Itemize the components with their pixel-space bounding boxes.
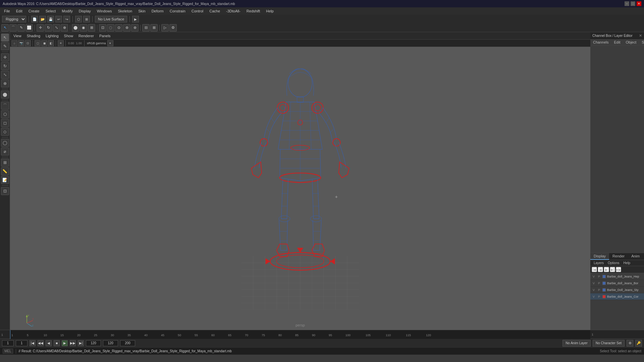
snap-live-btn[interactable]: ⊛ [131, 24, 139, 32]
layer-p-3[interactable]: P [597, 295, 601, 298]
rotate-tool[interactable]: ↻ [1, 62, 9, 70]
scale-tool-btn[interactable]: ⤡ [53, 24, 60, 32]
deform-tool[interactable]: ◇ [1, 128, 9, 136]
menu-select[interactable]: Select [43, 8, 59, 14]
layer-v-1[interactable]: V [592, 282, 596, 285]
viewport-canvas[interactable]: + persp Y Z X [10, 47, 590, 330]
cb-tab-edit[interactable]: Edit [611, 40, 623, 45]
snap-grid-button[interactable]: ⊞ [83, 16, 90, 22]
move-tool[interactable]: ✛ [1, 53, 9, 61]
universal-tool[interactable]: ⊕ [1, 79, 9, 87]
snap-curve-btn[interactable]: ◌ [107, 24, 114, 32]
grid-tool[interactable]: ⊞ [1, 159, 9, 167]
layer-tab-display[interactable]: Display [590, 253, 609, 260]
no-character-set-btn[interactable]: No Character Set [593, 340, 625, 347]
menu-deform[interactable]: Deform [149, 8, 166, 14]
minimize-button[interactable]: − [625, 1, 629, 6]
menu-windows[interactable]: Windows [94, 8, 115, 14]
close-button[interactable]: ✕ [637, 1, 641, 6]
layer-v-3[interactable]: V [592, 295, 596, 298]
skip-to-end-btn[interactable]: ▶| [78, 340, 84, 346]
select-by-component-button[interactable]: ⬡ [75, 16, 82, 22]
step-back-btn[interactable]: ◀◀ [38, 340, 44, 346]
menu-constrain[interactable]: Constrain [167, 8, 188, 14]
soft-mod-btn[interactable]: ⬤ [72, 24, 79, 32]
play-fwd-btn[interactable]: ▶ [62, 340, 68, 346]
playback-out-input[interactable] [120, 340, 135, 346]
vp-wire-btn[interactable]: ◻ [35, 40, 41, 46]
step-fwd-btn[interactable]: ▶▶ [70, 340, 76, 346]
menu-help[interactable]: Help [263, 8, 276, 14]
char-set-settings-btn[interactable]: ⚙ [627, 340, 633, 347]
layer-row-3[interactable]: V P Barbie_doll_Jeans_Cor [590, 293, 644, 300]
layer-tab-anim[interactable]: Anim [628, 253, 643, 260]
new-file-button[interactable]: 📄 [31, 16, 38, 22]
menu-edit[interactable]: Edit [13, 8, 25, 14]
menu-skin[interactable]: Skin [136, 8, 148, 14]
cb-tab-object[interactable]: Object [623, 40, 639, 45]
play-back-btn[interactable]: ◀ [46, 340, 52, 346]
cb-tab-show[interactable]: Show [639, 40, 644, 45]
maximize-button[interactable]: □ [631, 1, 635, 6]
measure-tool[interactable]: 📏 [1, 167, 9, 175]
rigging-dropdown[interactable]: Rigging [2, 16, 26, 22]
playback-start-input[interactable] [16, 340, 28, 346]
render-scene-btn[interactable]: ▷ [161, 24, 169, 32]
menu-control[interactable]: Control [189, 8, 206, 14]
layer-p-2[interactable]: P [597, 288, 601, 292]
layer-row-1[interactable]: V P Barbie_doll_Jeans_Bor [590, 280, 644, 287]
menu-file[interactable]: File [1, 8, 13, 14]
vp-menu-view[interactable]: View [11, 34, 23, 38]
layers-prev-btn[interactable]: ◀ [598, 267, 603, 272]
layer-p-0[interactable]: P [597, 275, 601, 278]
skip-to-start-btn[interactable]: |◀ [30, 340, 36, 346]
menu-redshift[interactable]: Redshift [244, 8, 263, 14]
layer-subtab-layers[interactable]: Layers [592, 261, 606, 265]
layers-play-btn[interactable]: ▶ [604, 267, 609, 272]
char-set-keys-btn[interactable]: 🔑 [635, 340, 642, 347]
layers-new-btn[interactable]: |◀ [592, 267, 597, 272]
menu-create[interactable]: Create [26, 8, 42, 14]
show-manip-btn[interactable]: ⊞ [88, 24, 95, 32]
undo-button[interactable]: ↩ [55, 16, 62, 22]
layer-subtab-options[interactable]: Options [606, 261, 621, 265]
cb-tab-channels[interactable]: Channels [590, 40, 611, 45]
layer-row-2[interactable]: V P Barbie_Doll_Jeans_Sty [590, 287, 644, 293]
annotation-tool[interactable]: 📝 [1, 176, 9, 184]
no-anim-layer-btn[interactable]: No Anim Layer [562, 340, 591, 347]
menu-display[interactable]: Display [76, 8, 94, 14]
vp-home-btn[interactable]: ⌂ [11, 40, 17, 46]
vp-cam-btn[interactable]: 📷 [18, 40, 24, 46]
snap-point-btn[interactable]: ⊙ [115, 24, 122, 32]
vp-menu-show[interactable]: Show [62, 34, 75, 38]
move-tool-btn[interactable]: ✛ [37, 24, 44, 32]
joint-tool[interactable]: ◯ [1, 139, 9, 147]
vp-menu-shading[interactable]: Shading [25, 34, 42, 38]
vp-shade-wire-btn[interactable]: ◧ [48, 40, 54, 46]
surface-tool[interactable]: ◻ [1, 119, 9, 127]
poly-tool[interactable]: ⬡ [1, 110, 9, 118]
paint-select-btn[interactable]: ✎ [17, 24, 25, 32]
layers-end-btn[interactable]: ▶▶ [616, 267, 621, 272]
frame-marker-input[interactable] [86, 340, 101, 346]
layer-tab-render[interactable]: Render [609, 253, 628, 260]
menu-cache[interactable]: Cache [207, 8, 223, 14]
open-file-button[interactable]: 📂 [39, 16, 46, 22]
universal-manip-btn[interactable]: ⊕ [61, 24, 68, 32]
history-btn[interactable]: ⊟ [142, 24, 150, 32]
soft-select-tool[interactable]: ⬤ [1, 90, 9, 99]
current-frame-input[interactable] [2, 340, 14, 346]
layers-next-btn[interactable]: ▶| [610, 267, 615, 272]
render-button[interactable]: ▶ [132, 16, 139, 22]
mel-indicator[interactable]: MEL [3, 349, 13, 354]
redo-button[interactable]: ↪ [63, 16, 70, 22]
misc-tool[interactable]: ⊡ [1, 187, 9, 195]
stop-btn[interactable]: ■ [54, 340, 60, 346]
layer-v-0[interactable]: V [592, 275, 596, 278]
lasso-tool-btn[interactable]: ⌒ [9, 24, 17, 32]
menu-3dtoall[interactable]: -3DtoAll- [223, 8, 243, 14]
vp-menu-panels[interactable]: Panels [97, 34, 113, 38]
vp-menu-renderer[interactable]: Renderer [76, 34, 96, 38]
vp-perspective-btn[interactable]: ⊡ [25, 40, 31, 46]
snap-grid-btn2[interactable]: ⊡ [99, 24, 106, 32]
